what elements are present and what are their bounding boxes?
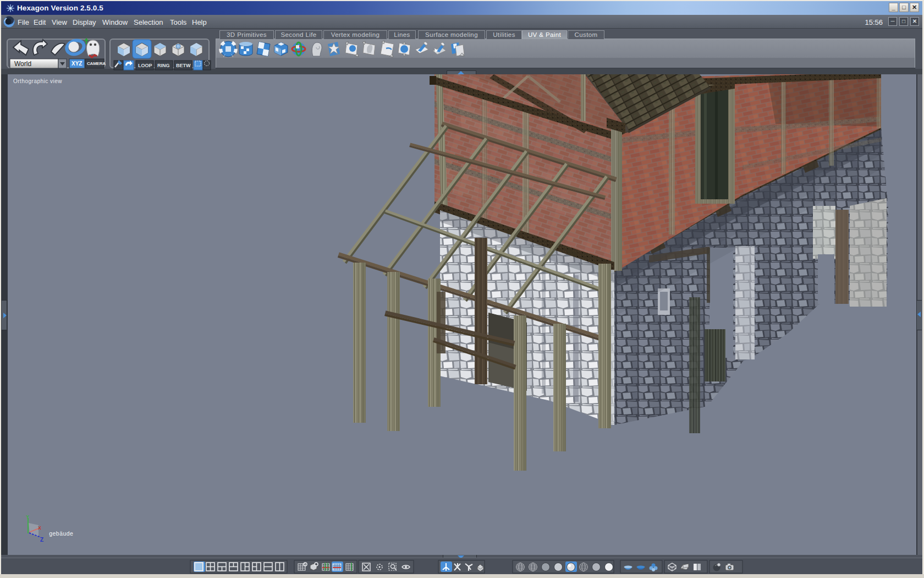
- svg-text:Orthographic view: Orthographic view: [13, 78, 62, 84]
- svg-text:Y: Y: [26, 514, 29, 520]
- svg-text:BETW: BETW: [176, 63, 191, 68]
- svg-text:LOOP: LOOP: [138, 63, 152, 68]
- svg-text:CAMERA: CAMERA: [87, 61, 106, 66]
- svg-text:World: World: [14, 60, 31, 68]
- svg-text:X: X: [38, 525, 41, 531]
- svg-text:RING: RING: [157, 63, 170, 68]
- svg-text:Z: Z: [40, 537, 43, 543]
- svg-text:XYZ: XYZ: [72, 61, 82, 67]
- svg-text:gebäude: gebäude: [49, 531, 73, 537]
